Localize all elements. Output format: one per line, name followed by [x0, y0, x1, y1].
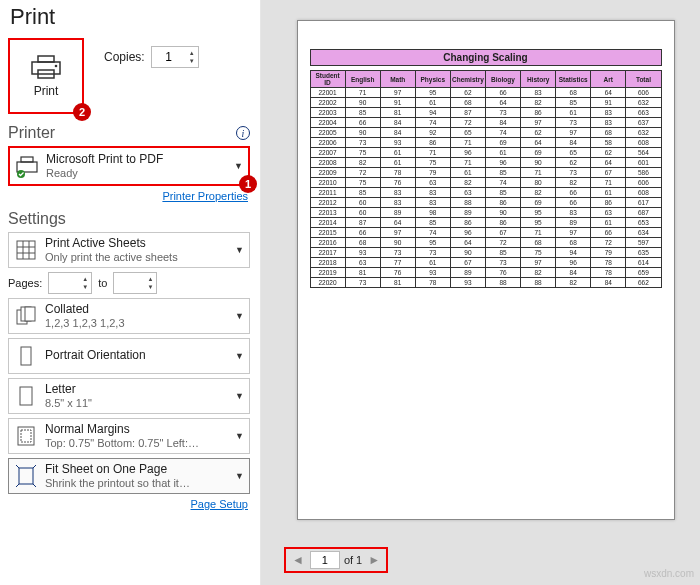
- table-cell: 22015: [310, 228, 345, 238]
- pages-from-input[interactable]: [49, 275, 79, 291]
- table-cell: 85: [415, 218, 450, 228]
- table-cell: 86: [521, 108, 556, 118]
- print-button[interactable]: Print 2: [8, 38, 84, 114]
- table-cell: 22002: [310, 98, 345, 108]
- pages-from-spinner[interactable]: ▲▼: [48, 272, 92, 294]
- chevron-down-icon: ▼: [235, 351, 245, 361]
- table-cell: 82: [521, 188, 556, 198]
- scaling-dropdown[interactable]: Fit Sheet on One Page Shrink the printou…: [8, 458, 250, 494]
- table-header: Biology: [485, 71, 520, 88]
- table-header: Student ID: [310, 71, 345, 88]
- table-cell: 75: [415, 158, 450, 168]
- table-cell: 22017: [310, 248, 345, 258]
- table-row: 220059084926574629768632: [310, 128, 661, 138]
- paper-size-dropdown[interactable]: Letter 8.5" x 11" ▼: [8, 378, 250, 414]
- table-cell: 66: [556, 198, 591, 208]
- table-cell: 632: [626, 128, 661, 138]
- table-cell: 22018: [310, 258, 345, 268]
- chevron-down-icon: ▼: [235, 245, 245, 255]
- table-cell: 73: [380, 248, 415, 258]
- table-cell: 89: [556, 218, 591, 228]
- table-cell: 66: [345, 228, 380, 238]
- orientation-dropdown[interactable]: Portrait Orientation ▼: [8, 338, 250, 374]
- info-icon[interactable]: i: [236, 126, 250, 140]
- table-cell: 83: [380, 198, 415, 208]
- table-cell: 82: [345, 158, 380, 168]
- svg-rect-0: [32, 62, 60, 74]
- table-cell: 61: [415, 98, 450, 108]
- table-cell: 63: [450, 188, 485, 198]
- table-cell: 22010: [310, 178, 345, 188]
- table-cell: 92: [415, 128, 450, 138]
- table-cell: 71: [345, 88, 380, 98]
- page-setup-link[interactable]: Page Setup: [191, 498, 249, 510]
- print-preview-area: Changing Scaling Student IDEnglishMathPh…: [260, 0, 700, 585]
- svg-point-6: [17, 170, 25, 178]
- spinner-up-icon[interactable]: ▲: [144, 275, 156, 283]
- watermark: wsxdn.com: [644, 568, 694, 579]
- table-cell: 73: [345, 278, 380, 288]
- fit-page-icon: [13, 463, 39, 489]
- spinner-up-icon[interactable]: ▲: [79, 275, 91, 283]
- table-cell: 64: [485, 98, 520, 108]
- table-cell: 63: [415, 178, 450, 188]
- table-cell: 73: [415, 248, 450, 258]
- table-cell: 91: [380, 98, 415, 108]
- pages-to-input[interactable]: [114, 275, 144, 291]
- table-cell: 22011: [310, 188, 345, 198]
- table-cell: 65: [556, 148, 591, 158]
- table-cell: 617: [626, 198, 661, 208]
- pages-to-spinner[interactable]: ▲▼: [113, 272, 157, 294]
- collate-dropdown[interactable]: Collated 1,2,3 1,2,3 1,2,3 ▼: [8, 298, 250, 334]
- table-cell: 97: [556, 128, 591, 138]
- table-cell: 96: [485, 158, 520, 168]
- table-cell: 84: [556, 268, 591, 278]
- spinner-down-icon[interactable]: ▼: [144, 283, 156, 291]
- table-cell: 22019: [310, 268, 345, 278]
- callout-badge-2: 2: [73, 103, 91, 121]
- table-cell: 90: [345, 128, 380, 138]
- collate-label: Collated: [45, 303, 229, 316]
- table-cell: 75: [345, 178, 380, 188]
- spinner-down-icon[interactable]: ▼: [186, 57, 198, 65]
- spinner-down-icon[interactable]: ▼: [79, 283, 91, 291]
- table-cell: 71: [415, 148, 450, 158]
- next-page-button[interactable]: ►: [366, 553, 382, 567]
- table-cell: 88: [450, 198, 485, 208]
- page-number-input[interactable]: [310, 551, 340, 569]
- table-cell: 86: [485, 218, 520, 228]
- table-cell: 72: [591, 238, 626, 248]
- table-cell: 72: [485, 238, 520, 248]
- table-cell: 22012: [310, 198, 345, 208]
- copies-input[interactable]: [152, 49, 186, 65]
- printer-dropdown[interactable]: Microsoft Print to PDF Ready ▼ 1: [8, 146, 250, 186]
- table-cell: 67: [485, 228, 520, 238]
- copies-spinner[interactable]: ▲ ▼: [151, 46, 199, 68]
- table-cell: 64: [450, 238, 485, 248]
- table-header: History: [521, 71, 556, 88]
- table-row: 220038581948773866183663: [310, 108, 661, 118]
- table-cell: 97: [380, 228, 415, 238]
- margins-dropdown[interactable]: Normal Margins Top: 0.75" Bottom: 0.75" …: [8, 418, 250, 454]
- table-cell: 68: [591, 128, 626, 138]
- table-row: 220077561719661696562564: [310, 148, 661, 158]
- table-cell: 82: [556, 278, 591, 288]
- chevron-down-icon: ▼: [235, 471, 245, 481]
- table-row: 220198176938976828478659: [310, 268, 661, 278]
- print-what-dropdown[interactable]: Print Active Sheets Only print the activ…: [8, 232, 250, 268]
- table-cell: 79: [591, 248, 626, 258]
- prev-page-button[interactable]: ◄: [290, 553, 306, 567]
- table-cell: 97: [521, 258, 556, 268]
- svg-rect-15: [21, 347, 31, 365]
- table-cell: 62: [521, 128, 556, 138]
- page-total: of 1: [344, 554, 362, 566]
- table-cell: 72: [345, 168, 380, 178]
- spinner-up-icon[interactable]: ▲: [186, 49, 198, 57]
- table-cell: 22003: [310, 108, 345, 118]
- table-cell: 93: [415, 268, 450, 278]
- table-cell: 66: [485, 88, 520, 98]
- chevron-down-icon: ▼: [235, 311, 245, 321]
- printer-properties-link[interactable]: Printer Properties: [162, 190, 248, 202]
- table-cell: 22014: [310, 218, 345, 228]
- table-cell: 586: [626, 168, 661, 178]
